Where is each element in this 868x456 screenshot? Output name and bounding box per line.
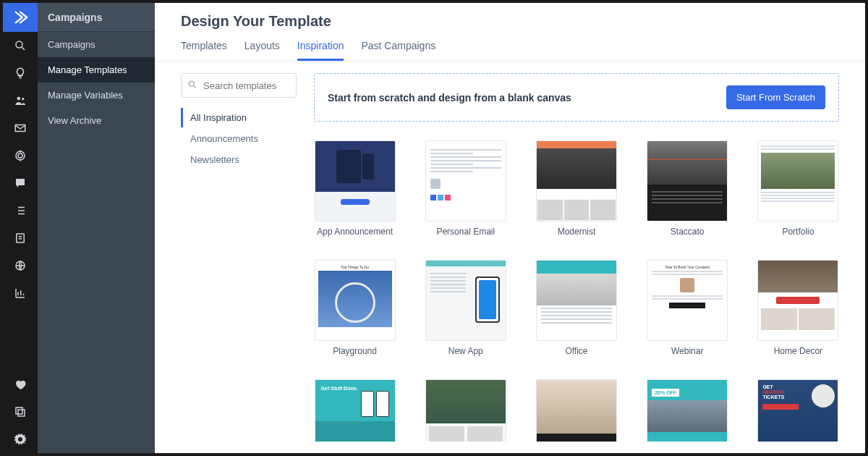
template-caption: Home Decor [774,346,822,356]
template-grid: App Announcement Personal Email [314,140,839,442]
nav-view-archive[interactable]: View Archive [38,108,155,133]
list-icon[interactable] [3,197,38,224]
mail-icon[interactable] [3,114,38,142]
template-thumbnail [757,140,838,221]
globe-icon[interactable] [3,252,38,279]
contacts-icon[interactable] [3,87,38,114]
template-thumbnail [425,260,506,341]
document-icon[interactable] [3,224,38,252]
gear-icon[interactable] [3,426,38,453]
template-caption: Staccato [671,227,705,237]
secondary-nav-title: Campaigns [38,3,155,32]
template-card[interactable]: Modernist [535,140,617,237]
template-thumbnail: GETSEASONTICKETS [757,379,838,442]
nav-manage-templates[interactable]: Manage Templates [38,57,155,83]
left-column: All Inspiration Announcements Newsletter… [181,73,297,442]
template-card[interactable] [425,379,506,442]
template-card[interactable]: GETSEASONTICKETS [757,379,839,442]
filter-announcements[interactable]: Announcements [181,129,297,148]
nav-manage-variables[interactable]: Manage Variables [38,83,155,108]
app-logo[interactable] [3,3,38,32]
page-title: Design Your Template [181,13,839,30]
template-thumbnail [315,140,396,221]
template-caption: Office [565,346,587,356]
template-card[interactable]: Office [535,260,617,356]
template-thumbnail [647,140,728,221]
template-card[interactable]: Portfolio [757,140,839,237]
template-thumbnail [536,140,617,221]
app-root: Campaigns Campaigns Manage Templates Man… [0,0,868,456]
template-card[interactable]: New App [425,260,506,356]
template-card[interactable]: Top Things To Do Playground [314,260,396,356]
template-caption: App Announcement [317,227,393,237]
tab-layouts[interactable]: Layouts [244,40,280,61]
template-card[interactable]: How To Build Your Contacts Webinar [647,260,728,356]
svg-point-4 [18,153,22,158]
filter-list: All Inspiration Announcements Newsletter… [181,108,297,169]
template-card[interactable]: 20% OFF [647,379,728,442]
template-card[interactable]: Staccato [647,140,728,237]
svg-point-3 [16,151,25,160]
main-area: Design Your Template Templates Layouts I… [155,3,865,453]
lightbulb-icon[interactable] [3,59,38,87]
target-icon[interactable] [3,142,38,169]
copy-icon[interactable] [3,398,38,426]
secondary-nav: Campaigns Campaigns Manage Templates Man… [38,3,155,453]
chat-icon[interactable] [3,169,38,197]
search-input-icon [187,80,197,93]
tab-inspiration[interactable]: Inspiration [297,40,344,61]
filter-newsletters[interactable]: Newsletters [181,150,297,169]
template-thumbnail [425,140,506,221]
template-thumbnail [536,260,617,341]
svg-rect-7 [18,410,25,416]
page-header: Design Your Template [155,3,865,40]
template-card[interactable]: Personal Email [425,140,506,237]
svg-rect-8 [16,408,22,414]
template-card[interactable]: Get Stuff Done. [314,379,396,442]
start-from-scratch-button[interactable]: Start From Scratch [726,85,825,109]
right-column: Start from scratch and design from a bla… [314,73,839,442]
template-thumbnail [757,260,838,341]
svg-point-9 [189,81,194,86]
template-caption: Webinar [671,346,703,356]
tab-templates[interactable]: Templates [181,40,227,61]
template-caption: Portfolio [782,227,814,237]
scratch-text: Start from scratch and design from a bla… [328,92,571,104]
template-thumbnail: Get Stuff Done. [315,379,396,442]
tab-past-campaigns[interactable]: Past Campaigns [361,40,435,61]
template-card[interactable] [535,379,617,442]
icon-rail [3,3,38,453]
search-icon[interactable] [3,32,38,59]
nav-campaigns[interactable]: Campaigns [38,32,155,57]
template-card[interactable]: Home Decor [757,260,839,356]
svg-point-1 [17,97,21,101]
template-thumbnail: How To Build Your Contacts [647,260,728,341]
scratch-banner: Start from scratch and design from a bla… [314,73,839,122]
svg-point-2 [22,98,24,100]
template-thumbnail [425,379,506,442]
tabs: Templates Layouts Inspiration Past Campa… [155,40,865,62]
template-thumbnail [536,379,617,442]
template-thumbnail: Top Things To Do [315,260,396,341]
content: All Inspiration Announcements Newsletter… [155,62,865,453]
chart-icon[interactable] [3,279,38,307]
template-caption: Playground [333,346,377,356]
filter-all-inspiration[interactable]: All Inspiration [181,108,297,127]
template-thumbnail: 20% OFF [647,379,728,442]
template-caption: New App [448,346,483,356]
search-wrapper [181,73,297,98]
search-input[interactable] [181,73,297,98]
template-card[interactable]: App Announcement [314,140,396,237]
svg-point-0 [16,41,22,48]
template-caption: Personal Email [436,227,495,237]
heart-icon[interactable] [3,371,38,398]
template-caption: Modernist [558,227,596,237]
